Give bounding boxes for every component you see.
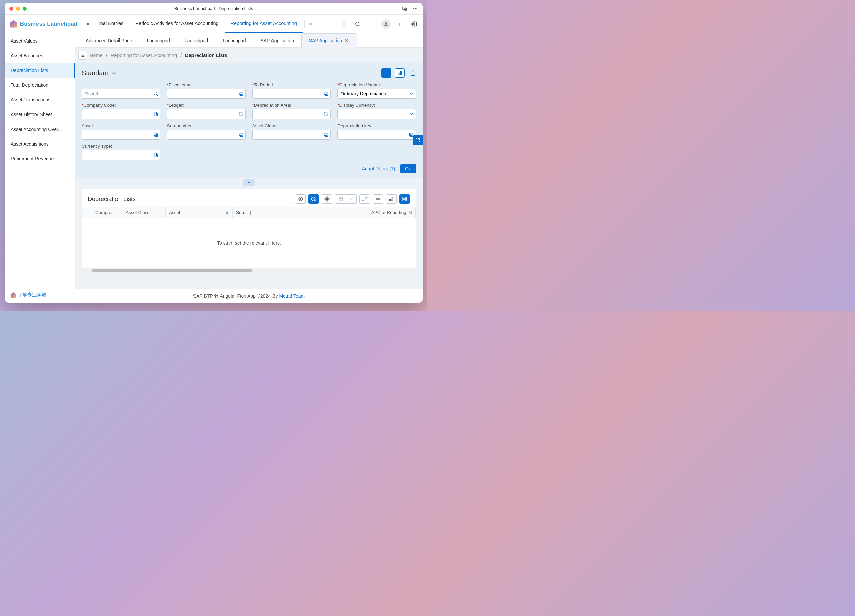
tab-launchpad-3[interactable]: Launchpad <box>215 34 253 48</box>
fiscal-year-input[interactable] <box>167 89 246 99</box>
value-help-icon[interactable] <box>153 132 158 137</box>
display-currency-select[interactable] <box>337 109 416 119</box>
svg-rect-25 <box>401 71 402 75</box>
list-toggle-button[interactable] <box>78 51 87 60</box>
filter-view-button[interactable] <box>381 68 391 78</box>
grid-col-asset-class[interactable]: Asset Class <box>122 207 166 218</box>
nav-scroll-right-icon[interactable] <box>306 21 316 27</box>
sidebar-item-retirement-revenue[interactable]: Retirement Revenue <box>5 151 75 166</box>
more-icon[interactable] <box>413 6 418 11</box>
value-help-icon[interactable] <box>323 112 329 117</box>
fullscreen-icon[interactable] <box>368 21 374 27</box>
svg-line-9 <box>359 25 360 26</box>
sidebar-item-depreciation-lists[interactable]: Depreciation Lists <box>5 63 75 78</box>
breadcrumb-parent[interactable]: Reporting for Asset Accounting <box>111 52 177 58</box>
export-button[interactable] <box>335 194 346 204</box>
sort-icon[interactable]: ▲▼ <box>225 211 229 215</box>
tab-sap-application-1[interactable]: SAP Application <box>253 34 301 48</box>
footer-metad-link[interactable]: Metad Team <box>279 293 305 299</box>
search-input[interactable] <box>82 89 160 99</box>
scrollbar-thumb[interactable] <box>92 269 253 272</box>
asset-input[interactable] <box>82 130 160 139</box>
sidebar-item-asset-accounting-overview[interactable]: Asset Accounting Over... <box>5 122 75 136</box>
chart-layout-button[interactable] <box>386 194 397 204</box>
table-layout-button[interactable] <box>372 194 383 204</box>
sidebar-footer-link[interactable]: 了解专业实施 <box>5 287 75 303</box>
to-period-input[interactable] <box>253 89 331 99</box>
user-avatar[interactable] <box>381 20 391 29</box>
value-help-icon[interactable] <box>238 132 244 137</box>
breadcrumb-home[interactable]: Home <box>90 52 103 58</box>
depreciation-key-input[interactable] <box>337 130 416 139</box>
overflow-menu-icon[interactable] <box>341 21 347 27</box>
chart-view-button[interactable] <box>395 68 405 78</box>
value-help-icon[interactable] <box>323 91 329 97</box>
tab-sap-application-2[interactable]: SAP Application✕ <box>301 34 357 48</box>
maximize-table-button[interactable] <box>359 194 370 204</box>
export-dropdown-button[interactable] <box>346 194 357 204</box>
topnav-item-journal-entries[interactable]: rnal Entries <box>93 15 129 34</box>
share-icon[interactable] <box>410 70 416 76</box>
sidebar-item-asset-values[interactable]: Asset Values <box>5 34 75 48</box>
minimize-window-button[interactable] <box>16 7 20 11</box>
display-currency-field: *Display Currency: <box>337 103 416 119</box>
sidebar-item-asset-transactions[interactable]: Asset Transactions <box>5 92 75 107</box>
brand-logo[interactable]: Business Launchpad <box>10 20 77 28</box>
adapt-filters-link[interactable]: Adapt Filters (1) <box>362 166 395 172</box>
value-help-icon[interactable] <box>238 91 244 97</box>
svg-point-3 <box>415 8 416 9</box>
sidebar-item-asset-balances[interactable]: Asset Balances <box>5 48 75 63</box>
value-help-icon[interactable] <box>238 112 244 117</box>
tab-launchpad-2[interactable]: Launchpad <box>178 34 215 48</box>
asset-class-field: Asset Class: <box>253 123 331 139</box>
topnav-item-reporting[interactable]: Reporting for Asset Accounting <box>225 15 303 34</box>
collapse-filters-button[interactable] <box>243 179 255 186</box>
close-tab-icon[interactable]: ✕ <box>345 37 349 43</box>
search-icon[interactable] <box>354 21 360 27</box>
depreciation-area-input[interactable] <box>253 109 331 119</box>
depreciation-variant-select[interactable] <box>337 89 416 99</box>
ledger-input[interactable] <box>167 109 246 119</box>
grid-col-asset[interactable]: Asset▲▼ <box>166 207 233 218</box>
table-settings-button[interactable] <box>322 194 332 204</box>
search-icon[interactable] <box>153 91 158 97</box>
settings-icon[interactable] <box>411 21 417 27</box>
hide-button[interactable] <box>308 194 319 204</box>
variant-selector[interactable]: Standard <box>82 69 117 77</box>
grid-horizontal-scrollbar[interactable] <box>82 268 416 273</box>
value-help-icon[interactable] <box>323 132 329 137</box>
search-field <box>82 82 160 99</box>
nav-scroll-left-icon[interactable] <box>83 21 93 27</box>
grid-col-company[interactable]: Compa... <box>92 207 122 218</box>
currency-type-input[interactable] <box>82 150 160 160</box>
sidebar-item-total-depreciation[interactable]: Total Depreciation <box>5 78 75 92</box>
grid-col-apc[interactable]: APC at Reporting Dt <box>256 207 416 218</box>
chevron-down-icon[interactable] <box>409 112 414 117</box>
sidebar-item-asset-history-sheet[interactable]: Asset History Sheet <box>5 107 75 122</box>
grid-col-sub[interactable]: Sub...▲▼ <box>233 207 256 218</box>
text-size-icon[interactable]: TT <box>398 21 404 27</box>
show-button[interactable] <box>295 194 306 204</box>
chevron-down-icon[interactable] <box>409 91 414 97</box>
go-button[interactable]: Go <box>400 164 416 173</box>
topnav-item-periodic-activities[interactable]: Periodic Activities for Asset Accounting <box>129 15 224 34</box>
value-help-icon[interactable] <box>153 152 158 158</box>
sidebar-list: Asset Values Asset Balances Depreciation… <box>5 34 75 287</box>
sort-icon[interactable]: ▲▼ <box>249 211 253 215</box>
asset-class-input[interactable] <box>253 130 331 139</box>
svg-rect-23 <box>398 73 399 75</box>
sidebar-item-asset-acquisitions[interactable]: Asset Acquisitions <box>5 136 75 151</box>
brand-name: Business Launchpad <box>20 21 77 28</box>
sub-number-input[interactable] <box>167 130 246 139</box>
grid-col-select[interactable] <box>82 207 92 218</box>
tab-launchpad-1[interactable]: Launchpad <box>139 34 178 48</box>
expand-fab-button[interactable] <box>413 135 423 145</box>
close-window-button[interactable] <box>9 7 14 11</box>
grid-layout-button[interactable] <box>399 194 410 204</box>
tab-advanced-detail[interactable]: Advanced Detail Page <box>78 34 139 48</box>
collapse-handle <box>75 178 423 190</box>
company-code-input[interactable] <box>82 109 160 119</box>
maximize-window-button[interactable] <box>23 7 27 11</box>
responsive-icon[interactable] <box>402 6 408 11</box>
value-help-icon[interactable] <box>153 112 158 117</box>
